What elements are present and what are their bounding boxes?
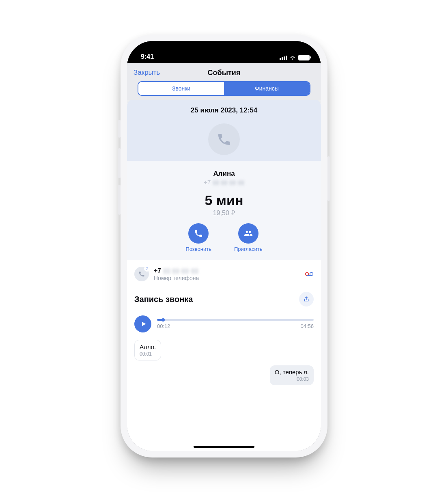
call-button-label: Позвонить <box>185 246 211 252</box>
status-time: 9:41 <box>141 53 154 60</box>
phone-notch <box>179 41 269 56</box>
contact-name: Алина <box>127 170 321 178</box>
phone-icon <box>194 229 203 238</box>
share-button[interactable] <box>299 292 314 306</box>
battery-icon <box>298 55 310 60</box>
phone-icon <box>217 132 231 147</box>
outgoing-call-icon <box>134 267 149 281</box>
detail-sheet: 25 июля 2023, 12:54 Алина +7 ▮▮ ▮▮-▮▮-▮▮ <box>127 99 321 451</box>
call-button[interactable]: Позвонить <box>185 223 211 252</box>
detail-header: 25 июля 2023, 12:54 <box>127 99 321 161</box>
phone-side-button <box>118 120 121 138</box>
phone-number-row[interactable]: +7 ▮▮ ▮▮-▮▮-▮▮ Номер телефона <box>134 267 314 281</box>
voicemail-icon <box>305 271 314 277</box>
phone-icon <box>138 271 145 277</box>
transcript-bubble: О, теперь я.00:03 <box>270 365 314 385</box>
people-icon <box>244 229 253 238</box>
contact-phone: +7 ▮▮ ▮▮-▮▮-▮▮ <box>127 179 321 186</box>
progress-track[interactable]: 00:12 04:56 <box>157 319 314 329</box>
call-duration: 5 мин <box>127 192 321 208</box>
segmented-control: Звонки Финансы <box>138 81 310 96</box>
play-icon <box>140 321 147 327</box>
transcript-bubble: Алло.00:01 <box>134 340 161 360</box>
tab-calls[interactable]: Звонки <box>138 82 224 95</box>
phone-side-button <box>118 148 121 178</box>
svg-point-0 <box>306 272 309 276</box>
total-time: 04:56 <box>300 323 314 329</box>
phone-side-button <box>327 156 330 201</box>
arrow-out-icon <box>145 267 149 270</box>
contact-avatar <box>208 123 240 155</box>
invite-button-label: Пригласить <box>234 246 263 252</box>
tab-finance[interactable]: Финансы <box>224 82 310 95</box>
close-button[interactable]: Закрыть <box>134 69 160 77</box>
cellular-icon <box>280 55 287 60</box>
audio-player: 00:12 04:56 <box>134 315 314 332</box>
phone-screen: 9:41 Закрыть События Звонки Финансы <box>127 41 321 451</box>
svg-point-1 <box>310 272 313 276</box>
wifi-icon <box>289 55 296 60</box>
home-indicator[interactable] <box>194 446 254 448</box>
invite-button[interactable]: Пригласить <box>234 223 263 252</box>
call-date: 25 июля 2023, 12:54 <box>127 106 321 114</box>
nav-bar: Закрыть События Звонки Финансы <box>127 63 321 100</box>
call-cost: 19,50 ₽ <box>127 209 321 217</box>
recording-title: Запись звонка <box>134 295 193 304</box>
page-title: События <box>208 69 241 77</box>
elapsed-time: 00:12 <box>157 323 170 329</box>
play-button[interactable] <box>134 315 151 332</box>
phone-frame: 9:41 Закрыть События Звонки Финансы <box>121 35 327 457</box>
transcript-list: Алло.00:01О, теперь я.00:03 <box>134 340 314 388</box>
contact-info: Алина +7 ▮▮ ▮▮-▮▮-▮▮ 5 мин 19,50 ₽ Позво… <box>127 161 321 260</box>
phone-side-button <box>118 185 121 215</box>
phone-number-label: Номер телефона <box>154 275 300 281</box>
share-icon <box>303 296 310 302</box>
phone-number: +7 ▮▮ ▮▮-▮▮-▮▮ <box>154 267 300 274</box>
